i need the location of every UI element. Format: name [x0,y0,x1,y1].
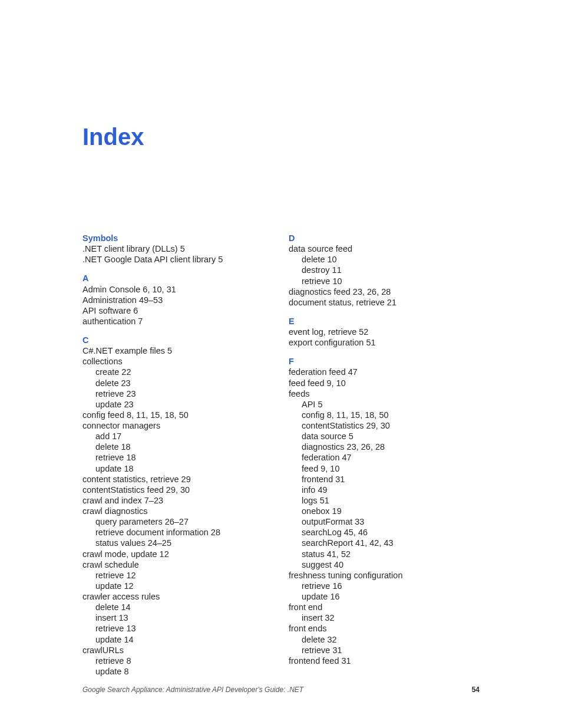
index-entry: connector managers [82,420,271,431]
index-subentry: searchReport 41, 42, 43 [289,538,477,548]
index-subentry: diagnostics 23, 26, 28 [289,442,477,452]
footer-page-number: 54 [472,686,480,694]
index-subentry: update 8 [82,666,271,677]
index-subentry: status values 24–25 [82,538,271,548]
document-page: Index Symbols .NET client library (DLLs)… [0,0,562,712]
index-subentry: retrieve 16 [289,581,477,591]
index-subentry: config 8, 11, 15, 18, 50 [289,410,477,420]
index-subentry: update 12 [82,581,271,591]
index-entry: feed feed 9, 10 [289,378,477,388]
index-entry: federation feed 47 [289,367,477,377]
index-subentry: insert 32 [289,612,477,623]
index-subentry: delete 10 [289,254,477,265]
index-entry: document status, retrieve 21 [289,297,477,308]
index-subentry: retrieve 23 [82,388,271,399]
index-entry: authentication 7 [82,316,271,327]
index-entry: .NET client library (DLLs) 5 [82,243,271,254]
index-entry: event log, retrieve 52 [289,327,477,337]
index-entry: front end [289,602,477,612]
index-entry: export configuration 51 [289,337,477,348]
index-entry: .NET Google Data API client library 5 [82,254,271,265]
index-entry: crawlURLs [82,645,271,655]
index-subentry: delete 14 [82,602,271,612]
right-column: D data source feed delete 10 destroy 11 … [289,233,477,677]
index-subentry: frontend 31 [289,474,477,485]
page-title: Index [82,124,480,150]
index-entry: feeds [289,388,477,399]
index-entry: crawl diagnostics [82,506,271,516]
index-subentry: delete 32 [289,634,477,645]
index-entry: C#.NET example files 5 [82,345,271,356]
index-subentry: update 14 [82,634,271,645]
index-subentry: delete 18 [82,442,271,452]
section-head-e: E [289,316,477,327]
section-head-c: C [82,335,271,345]
index-subentry: outputFormat 33 [289,516,477,527]
index-subentry: info 49 [289,485,477,495]
index-subentry: create 22 [82,367,271,377]
index-subentry: status 41, 52 [289,549,477,559]
index-entry: crawler access rules [82,591,271,602]
section-head-f: F [289,356,477,367]
index-subentry: retrieve 12 [82,570,271,581]
index-subentry: add 17 [82,431,271,442]
index-subentry: query parameters 26–27 [82,516,271,527]
page-footer: Google Search Appliance: Administrative … [82,686,480,694]
index-entry: data source feed [289,243,477,254]
index-subentry: retrieve 13 [82,623,271,634]
index-subentry: feed 9, 10 [289,463,477,474]
section-head-symbols: Symbols [82,233,271,243]
index-entry: crawl schedule [82,559,271,570]
index-columns: Symbols .NET client library (DLLs) 5 .NE… [82,233,480,677]
section-head-a: A [82,273,271,284]
index-subentry: update 16 [289,591,477,602]
index-entry: front ends [289,623,477,634]
index-subentry: update 18 [82,463,271,474]
index-subentry: retrieve 10 [289,276,477,286]
index-entry: crawl and index 7–23 [82,495,271,506]
index-subentry: API 5 [289,399,477,410]
index-entry: config feed 8, 11, 15, 18, 50 [82,410,271,420]
index-entry: API software 6 [82,305,271,316]
index-entry: collections [82,356,271,367]
index-subentry: retrieve document information 28 [82,527,271,538]
index-entry: contentStatistics feed 29, 30 [82,485,271,495]
index-subentry: delete 23 [82,378,271,388]
index-subentry: searchLog 45, 46 [289,527,477,538]
index-subentry: suggest 40 [289,559,477,570]
footer-doc-title: Google Search Appliance: Administrative … [82,686,303,694]
index-entry: diagnostics feed 23, 26, 28 [289,286,477,297]
index-subentry: update 23 [82,399,271,410]
index-entry: Admin Console 6, 10, 31 [82,284,271,295]
index-subentry: retrieve 18 [82,452,271,463]
index-subentry: logs 51 [289,495,477,506]
index-subentry: retrieve 8 [82,655,271,666]
index-subentry: federation 47 [289,452,477,463]
index-subentry: retrieve 31 [289,645,477,655]
index-entry: frontend feed 31 [289,655,477,666]
index-subentry: destroy 11 [289,265,477,275]
left-column: Symbols .NET client library (DLLs) 5 .NE… [82,233,271,677]
index-entry: freshness tuning configuration [289,570,477,581]
index-entry: crawl mode, update 12 [82,549,271,559]
index-entry: content statistics, retrieve 29 [82,474,271,485]
index-subentry: data source 5 [289,431,477,442]
index-subentry: contentStatistics 29, 30 [289,420,477,431]
index-subentry: onebox 19 [289,506,477,516]
section-head-d: D [289,233,477,243]
index-entry: Administration 49–53 [82,295,271,305]
index-subentry: insert 13 [82,612,271,623]
